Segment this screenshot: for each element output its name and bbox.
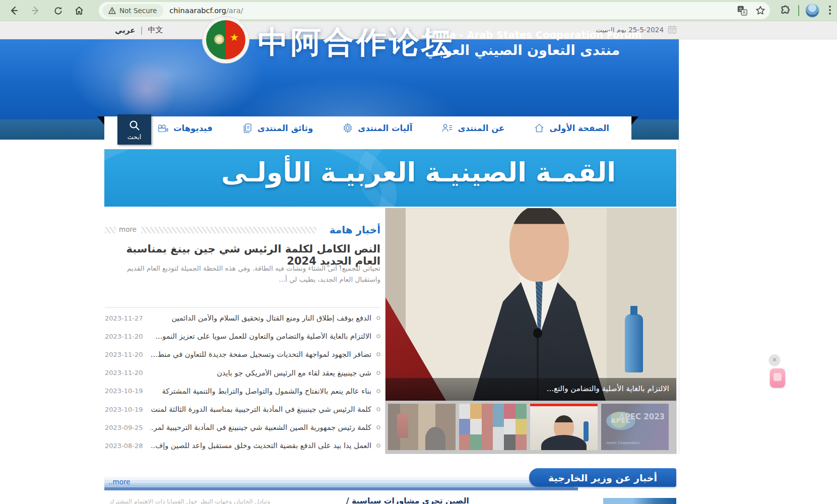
site-title-arabic: منتدى التعاون الصيني العربي <box>425 42 620 58</box>
thumbnail-flags-scene[interactable] <box>459 404 527 450</box>
calendar-icon <box>668 25 677 34</box>
news-list: الدفع بوقف إطلاق النار ومنع القتال وتحقي… <box>105 309 380 455</box>
featured-article-summary: تحياتي للجميع! أتى الشتاء ونشأت فيه الطا… <box>120 263 380 285</box>
news-list-item[interactable]: كلمة الرئيس شي جينبينغ في المأدبة الترحي… <box>105 400 380 418</box>
menu-dots-icon[interactable] <box>825 4 834 18</box>
lang-separator: | <box>140 26 143 35</box>
minister-tab-title: أخبار عن وزير الخارجية <box>548 472 657 483</box>
translate-icon[interactable]: 文A <box>737 5 748 18</box>
hatch-decoration <box>141 227 316 233</box>
floating-widget[interactable] <box>770 368 785 388</box>
summit-banner[interactable]: القمـة الصينيـة العربيـة الأولـى <box>104 149 676 207</box>
lang-arabic-link[interactable]: عربي <box>115 26 135 35</box>
thumbnail-new-year-address-selected[interactable] <box>530 404 598 450</box>
back-button[interactable] <box>6 3 21 18</box>
warning-icon <box>108 7 116 14</box>
svg-text:A: A <box>743 10 746 15</box>
url-text: chinaarabcf.org/ara/ <box>169 7 243 15</box>
news-list-item[interactable]: تضافر الجهود لمواجهة التحديات وتسجيل صفح… <box>105 345 380 363</box>
reload-button[interactable] <box>50 3 66 18</box>
video-caption-bar: الالتزام بالغاية الأصلية والتضامن والتع.… <box>385 378 676 401</box>
arab-league-emblem-icon <box>214 34 224 44</box>
home-button[interactable] <box>72 3 87 18</box>
nav-item-videos[interactable]: فيديوهات <box>157 122 213 134</box>
apec-tiny-text: nomic Cooperation <box>606 441 639 445</box>
featured-video-frame[interactable]: الالتزام بالغاية الأصلية والتضامن والتع.… <box>385 208 676 401</box>
blue-bottle <box>625 314 643 372</box>
search-icon <box>128 119 141 132</box>
bullet-icon <box>376 371 380 375</box>
nav-item-mechanisms[interactable]: آليات المنتدى <box>342 122 412 134</box>
main-navigation: الصفحة الأولى عن المنتدى آليات المنتدى و… <box>104 116 631 140</box>
bullet-icon <box>376 444 380 448</box>
apec-big-text: APEC 2023 <box>619 413 665 421</box>
bullet-icon <box>376 389 380 393</box>
profile-avatar[interactable] <box>805 4 819 18</box>
forum-logo-emblem: ★ <box>206 20 245 59</box>
minister-section-underline <box>104 487 578 490</box>
bookmark-star-icon[interactable] <box>755 5 766 18</box>
news-list-item[interactable]: العمل يدا بيد على الدفع بقضية التحديث وخ… <box>105 436 380 455</box>
browser-toolbar: Not Secure chinaarabcf.org/ara/ 文A <box>0 0 837 21</box>
documents-icon <box>242 122 253 134</box>
clipped-headline[interactable]: الصين تجري مشاورات سياسية / <box>346 496 588 504</box>
hatch-decoration <box>105 227 116 233</box>
video-camera-icon <box>157 122 169 134</box>
featured-media-block: الالتزام بالغاية الأصلية والتضامن والتع.… <box>385 208 676 454</box>
news-divider <box>105 307 380 308</box>
about-person-icon <box>441 122 453 134</box>
forum-logo[interactable]: ★ <box>203 17 249 63</box>
lens-flare <box>116 59 176 119</box>
not-secure-chip[interactable]: Not Secure <box>103 4 163 17</box>
clipped-left-text: وتبادل الجانبان وجهات النظر حول القضايا … <box>109 498 341 504</box>
news-list-item[interactable]: الالتزام بالغاية الأصلية والتضامن والتعا… <box>105 327 380 345</box>
bullet-icon <box>376 334 380 338</box>
news-more-link[interactable]: more <box>119 225 137 233</box>
bullet-icon <box>376 352 380 356</box>
news-list-item[interactable]: شي جينبينغ يعقد لقاء مع الرئيس الأمريكي … <box>105 364 380 382</box>
flags-graphic <box>459 404 527 450</box>
minister-section-bar <box>104 477 578 487</box>
search-label: ابحث <box>127 133 141 141</box>
thumbnail-apec[interactable]: APEC APEC 2023 nomic Cooperation <box>601 404 669 450</box>
minister-more-link[interactable]: ..more <box>108 478 131 486</box>
toolbar-divider <box>798 5 799 16</box>
home-icon <box>534 122 545 134</box>
nav-item-home[interactable]: الصفحة الأولى <box>534 122 609 134</box>
nav-right-fold <box>631 116 638 125</box>
nav-item-documents[interactable]: وثائق المنتدى <box>242 122 313 134</box>
search-button[interactable]: ابحث <box>117 114 151 145</box>
bullet-icon <box>376 407 380 411</box>
bullet-icon <box>376 425 380 429</box>
close-icon[interactable]: ✕ <box>769 354 780 365</box>
minister-section-tab[interactable]: أخبار عن وزير الخارجية <box>529 468 676 487</box>
thumbnail-study-scene[interactable] <box>388 404 456 450</box>
clipped-next-row: وتبادل الجانبان وجهات النظر حول القضايا … <box>104 494 676 504</box>
security-label: Not Secure <box>119 7 157 15</box>
address-bar[interactable]: Not Secure chinaarabcf.org/ara/ <box>99 2 770 19</box>
extensions-icon[interactable] <box>780 5 791 18</box>
news-list-item[interactable]: الدفع بوقف إطلاق النار ومنع القتال وتحقي… <box>105 309 380 327</box>
forward-button[interactable] <box>28 3 43 18</box>
news-list-item[interactable]: بناء عالم ينعم بالانفتاح والشمول والتواص… <box>105 382 380 400</box>
site-title-english: China - Arab States Cooperation Forum <box>425 29 642 41</box>
china-star-icon: ★ <box>230 31 239 43</box>
gear-icon <box>342 122 353 134</box>
video-caption-text: الالتزام بالغاية الأصلية والتضامن والتع.… <box>547 384 669 393</box>
nav-item-about[interactable]: عن المنتدى <box>441 122 504 134</box>
nav-left-fold <box>97 116 104 125</box>
news-section-header: more أخبار هامة <box>105 224 380 237</box>
banner-title: القمـة الصينيـة العربيـة الأولـى <box>221 157 616 187</box>
clipped-thumbnail[interactable] <box>603 498 676 504</box>
lang-chinese-link[interactable]: 中文 <box>148 25 163 35</box>
apec-logo: APEC <box>606 412 635 430</box>
thumbnail-strip: APEC APEC 2023 nomic Cooperation <box>385 401 676 454</box>
news-section-title: أخبار هامة <box>330 224 380 236</box>
bullet-icon <box>376 316 380 320</box>
language-switcher: عربي | 中文 <box>115 25 163 35</box>
browser-window: Not Secure chinaarabcf.org/ara/ 文A عربي … <box>0 0 837 504</box>
speaker-head <box>509 208 569 282</box>
news-list-item[interactable]: كلمة رئيس جمهورية الصين الشعبية شي جينبي… <box>105 418 380 436</box>
page-right-edge <box>679 39 679 454</box>
